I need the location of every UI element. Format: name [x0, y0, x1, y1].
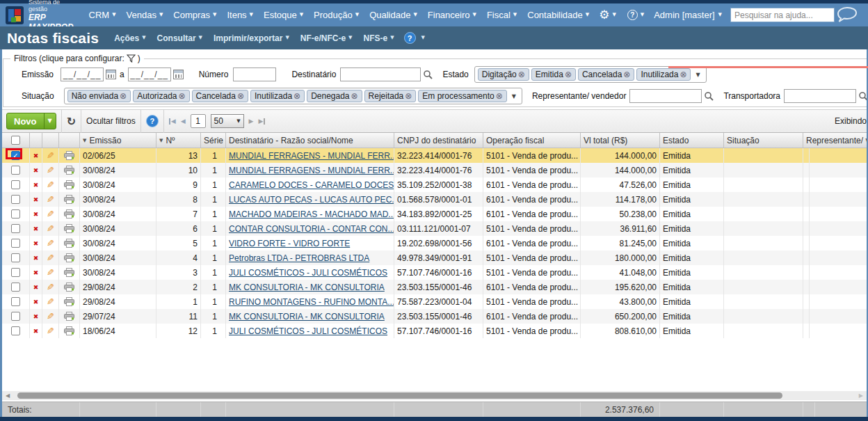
novo-button[interactable]: Novo ▼	[6, 113, 56, 129]
estado-filter-box[interactable]: Digitação⊗Emitida⊗Cancelada⊗Inutilizada⊗…	[474, 66, 707, 83]
edit-icon[interactable]: ✎	[47, 238, 54, 248]
col-header-situacao[interactable]: Situação	[724, 133, 803, 148]
delete-icon[interactable]: ✖	[33, 240, 39, 247]
col-header-vl-total[interactable]: Vl total (R$)	[581, 133, 660, 148]
table-row[interactable]: ✖✎18/06/24121JULI COSMÉTICOS - JULI COSM…	[2, 324, 867, 338]
menubar-menu-compras[interactable]: Compras▼	[173, 10, 216, 20]
destinatario-input[interactable]	[340, 67, 421, 81]
edit-icon[interactable]: ✎	[47, 326, 54, 336]
table-row[interactable]: ✖✎29/08/2411RUFINO MONTAGENS - RUFINO MO…	[2, 294, 867, 309]
menubar-menu-financeiro[interactable]: Financeiro▼	[428, 10, 476, 20]
remove-tag-icon[interactable]: ⊗	[179, 92, 186, 100]
edit-icon[interactable]: ✎	[47, 165, 54, 175]
invoice-link[interactable]: MUNDIAL FERRAGENS - MUNDIAL FERR...	[229, 166, 394, 175]
invoice-link[interactable]: Petrobras LTDA - PETROBRAS LTDA	[229, 253, 369, 263]
filter-tag-inutilizada[interactable]: Inutilizada⊗	[250, 90, 305, 102]
row-checkbox[interactable]	[11, 166, 20, 175]
invoice-link[interactable]: LUCAS AUTO PECAS - LUCAS AUTO PEC...	[229, 195, 394, 205]
edit-icon[interactable]: ✎	[47, 223, 54, 234]
menubar-menu-produ-o[interactable]: Produção▼	[314, 10, 359, 20]
filter-tag-autorizada[interactable]: Autorizada⊗	[133, 90, 189, 102]
edit-icon[interactable]: ✎	[47, 253, 54, 263]
chevron-down-icon[interactable]: ▼	[421, 35, 425, 40]
col-header-estado[interactable]: Estado	[660, 133, 724, 148]
filter-tag-denegada[interactable]: Denegada⊗	[307, 90, 362, 102]
table-row[interactable]: ✖✎29/07/24111MK CONSULTORIA - MK CONSULT…	[2, 309, 867, 324]
filter-tag-emitida[interactable]: Emitida⊗	[531, 68, 576, 81]
numero-input[interactable]	[233, 67, 276, 81]
table-row[interactable]: ✖✎30/08/2461CONTAR CONSULTORIA - CONTAR …	[2, 221, 867, 236]
invoice-link[interactable]: CARAMELO DOCES - CARAMELO DOCES	[229, 180, 394, 190]
transportadora-input[interactable]	[784, 89, 856, 103]
row-checkbox[interactable]	[11, 312, 20, 321]
print-icon[interactable]	[64, 224, 74, 233]
col-header-serie[interactable]: Série	[201, 133, 226, 148]
delete-icon[interactable]: ✖	[33, 167, 39, 174]
remove-tag-icon[interactable]: ⊗	[565, 70, 572, 79]
admin-menu[interactable]: Admin [master] ▼	[654, 10, 722, 20]
remove-tag-icon[interactable]: ⊗	[496, 92, 503, 100]
table-row[interactable]: ✓✖✎02/06/25131MUNDIAL FERRAGENS - MUNDIA…	[2, 148, 867, 163]
print-icon[interactable]	[64, 283, 74, 292]
remove-tag-icon[interactable]: ⊗	[680, 70, 686, 79]
delete-icon[interactable]: ✖	[33, 269, 39, 276]
remove-tag-icon[interactable]: ⊗	[120, 92, 127, 100]
calendar-icon[interactable]	[173, 70, 184, 79]
chevron-down-icon[interactable]: ▼	[45, 118, 56, 124]
titlebar-menu-nf-e-nfc-e[interactable]: NF-e/NFC-e▼	[300, 33, 353, 43]
first-page-button[interactable]: ◀	[169, 118, 176, 125]
row-checkbox[interactable]	[11, 239, 20, 248]
table-row[interactable]: ✖✎29/08/2421MK CONSULTORIA - MK CONSULTO…	[2, 280, 867, 294]
next-page-button[interactable]: ▶	[249, 118, 254, 125]
horizontal-scrollbar[interactable]: ◀ ▶	[2, 391, 867, 400]
filters-legend[interactable]: Filtros (clique para configurar: )	[10, 54, 144, 63]
row-checkbox[interactable]	[11, 253, 20, 262]
remove-tag-icon[interactable]: ⊗	[237, 92, 244, 100]
print-icon[interactable]	[64, 326, 74, 335]
invoice-link[interactable]: CONTAR CONSULTORIA - CONTAR CON...	[229, 224, 394, 234]
table-row[interactable]: ✖✎30/08/24101MUNDIAL FERRAGENS - MUNDIAL…	[2, 163, 867, 177]
remove-tag-icon[interactable]: ⊗	[623, 70, 630, 79]
delete-icon[interactable]: ✖	[33, 255, 39, 262]
invoice-link[interactable]: JULI COSMÉTICOS - JULI COSMÉTICOS	[229, 268, 387, 278]
col-header-cnpj[interactable]: CNPJ do destinatário	[394, 133, 483, 148]
filter-tag-rejeitada[interactable]: Rejeitada⊗	[364, 90, 417, 102]
menubar-menu-fiscal[interactable]: Fiscal▼	[487, 10, 517, 20]
last-page-button[interactable]: ▶	[259, 118, 266, 125]
delete-icon[interactable]: ✖	[33, 152, 39, 159]
table-row[interactable]: ✖✎30/08/2481LUCAS AUTO PECAS - LUCAS AUT…	[2, 192, 867, 207]
delete-icon[interactable]: ✖	[33, 225, 39, 232]
table-row[interactable]: ✖✎30/08/2471MACHADO MADEIRAS - MACHADO M…	[2, 207, 867, 221]
row-checkbox[interactable]	[11, 326, 20, 335]
filter-tag-em-processamento[interactable]: Em processamento⊗	[418, 90, 506, 102]
menubar-menu-crm[interactable]: CRM▼	[89, 10, 116, 20]
row-checkbox[interactable]	[11, 195, 20, 204]
delete-icon[interactable]: ✖	[33, 211, 39, 218]
refresh-icon[interactable]: ↻	[67, 115, 76, 128]
help-icon[interactable]: ?	[404, 32, 416, 44]
table-row[interactable]: ✖✎30/08/2431JULI COSMÉTICOS - JULI COSMÉ…	[2, 265, 867, 280]
invoice-link[interactable]: MACHADO MADEIRAS - MACHADO MAD...	[229, 209, 394, 219]
row-checkbox[interactable]	[11, 283, 20, 292]
titlebar-menu-consultar[interactable]: Consultar▼	[157, 33, 202, 43]
print-icon[interactable]	[64, 239, 74, 248]
chevron-down-icon[interactable]: ▼	[612, 13, 616, 17]
scroll-left-arrow[interactable]: ◀	[6, 392, 10, 399]
col-header-destinatario[interactable]: Destinatário - Razão social/Nome	[226, 133, 394, 148]
help-search-input[interactable]	[730, 8, 835, 22]
select-all-checkbox[interactable]	[11, 136, 20, 145]
row-checkbox[interactable]	[11, 297, 20, 306]
edit-icon[interactable]: ✎	[47, 209, 54, 219]
print-icon[interactable]	[64, 151, 74, 160]
search-icon[interactable]	[423, 70, 433, 79]
row-checkbox[interactable]	[11, 180, 20, 189]
table-row[interactable]: ✖✎30/08/2451VIDRO FORTE - VIDRO FORTE19.…	[2, 236, 867, 251]
delete-icon[interactable]: ✖	[33, 313, 39, 320]
col-header-representante[interactable]: Representante/ vendedor	[803, 133, 867, 148]
invoice-link[interactable]: VIDRO FORTE - VIDRO FORTE	[229, 239, 350, 248]
remove-tag-icon[interactable]: ⊗	[351, 92, 358, 100]
edit-icon[interactable]: ✎	[47, 282, 54, 292]
scroll-right-arrow[interactable]: ▶	[859, 392, 863, 399]
remove-tag-icon[interactable]: ⊗	[518, 70, 525, 79]
print-icon[interactable]	[64, 312, 74, 321]
